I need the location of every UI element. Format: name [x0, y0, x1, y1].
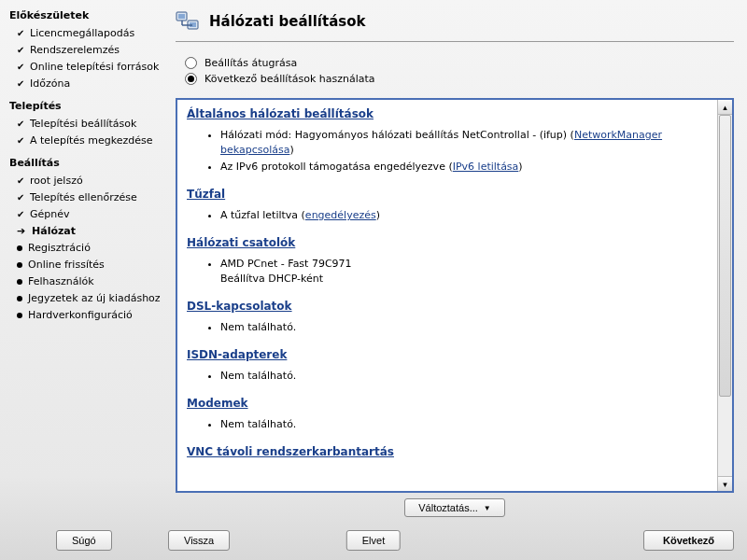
sidebar-item-label: A telepítés megkezdése	[30, 133, 153, 148]
text: Beállítva DHCP-ként	[220, 273, 323, 285]
sidebar-item: Jegyzetek az új kiadáshoz	[9, 290, 161, 307]
isdn-line: Nem található.	[220, 369, 708, 384]
sidebar-item: Telepítési beállítások	[9, 116, 161, 133]
radio-label: Beállítás átugrása	[204, 57, 297, 69]
text: Hálózati mód: Hagyományos hálózati beáll…	[220, 129, 574, 141]
sidebar-item: Hardverkonfiguráció	[9, 307, 161, 324]
text: A tűzfal letiltva (	[220, 209, 305, 221]
text: Az IPv6 protokoll támogatása engedélyezv…	[220, 161, 453, 173]
change-button[interactable]: Változtatás... ▼	[404, 498, 505, 517]
radio-icon	[185, 57, 197, 69]
sidebar-section-title: Előkészületek	[9, 9, 161, 21]
ipv6-disable-link[interactable]: IPv6 letiltása	[453, 161, 519, 173]
sidebar-item: Telepítés ellenőrzése	[9, 189, 161, 206]
section-vnc-heading[interactable]: VNC távoli rendszerkarbantartás	[187, 445, 394, 458]
content-frame: Általános hálózati beállítások Hálózati …	[176, 98, 734, 493]
check-icon	[17, 133, 24, 148]
network-icon	[176, 9, 200, 34]
config-mode-radio-group: Beállítás átugrása Következő beállítások…	[185, 55, 734, 87]
sidebar-item-label: Telepítési beállítások	[30, 117, 136, 132]
check-icon	[17, 174, 24, 189]
sidebar-item-label: Hálózat	[32, 224, 76, 239]
modems-line: Nem található.	[220, 417, 708, 432]
change-button-row: Változtatás... ▼	[176, 498, 734, 517]
sidebar-item: root jelszó	[9, 173, 161, 189]
section-interfaces-heading[interactable]: Hálózati csatolók	[187, 236, 295, 249]
firewall-enable-link[interactable]: engedélyezés	[305, 209, 376, 221]
content-scroll: Általános hálózati beállítások Hálózati …	[177, 100, 717, 491]
sidebar-item: Online telepítési források	[9, 59, 161, 76]
section-general-heading[interactable]: Általános hálózati beállítások	[187, 107, 374, 120]
content-frame-wrap: Általános hálózati beállítások Hálózati …	[176, 98, 734, 517]
sidebar-item-label: Hardverkonfiguráció	[28, 308, 133, 323]
section-isdn-heading[interactable]: ISDN-adapterek	[187, 348, 287, 361]
text: )	[518, 161, 522, 173]
check-icon	[17, 207, 24, 222]
firewall-line: A tűzfal letiltva (engedélyezés)	[220, 208, 708, 223]
sidebar-item-label: Telepítés ellenőrzése	[30, 190, 137, 205]
radio-skip[interactable]: Beállítás átugrása	[185, 55, 734, 71]
general-mode-line: Hálózati mód: Hagyományos hálózati beáll…	[220, 128, 708, 158]
check-icon	[17, 117, 24, 132]
check-icon	[17, 60, 24, 75]
sidebar-section-title: Beállítás	[9, 157, 161, 169]
radio-icon-selected	[185, 73, 197, 85]
check-icon	[17, 77, 24, 91]
arrow-right-icon	[17, 224, 26, 239]
button-label: Változtatás...	[418, 502, 478, 513]
button-label: Vissza	[184, 535, 214, 546]
sidebar-item-label: Jegyzetek az új kiadáshoz	[28, 291, 161, 306]
check-icon	[17, 26, 24, 41]
sidebar-item: Rendszerelemzés	[9, 42, 161, 59]
dot-icon	[17, 313, 22, 318]
sidebar-section-title: Telepítés	[9, 100, 161, 112]
scrollbar[interactable]: ▴ ▾	[717, 100, 732, 491]
sidebar-item: Gépnév	[9, 206, 161, 223]
help-button[interactable]: Súgó	[56, 530, 112, 551]
radio-label: Következő beállítások használata	[204, 73, 375, 85]
sidebar-item-label: Időzóna	[30, 77, 70, 91]
radio-use[interactable]: Következő beállítások használata	[185, 71, 734, 87]
sidebar-item: Időzóna	[9, 76, 161, 92]
sidebar-item-label: Online frissítés	[28, 258, 105, 273]
dot-icon	[17, 279, 22, 285]
section-firewall-heading[interactable]: Tűzfal	[187, 188, 225, 201]
sidebar-item: Licencmegállapodás	[9, 25, 161, 42]
back-button[interactable]: Vissza	[168, 530, 230, 551]
section-dsl-heading[interactable]: DSL-kapcsolatok	[187, 300, 292, 313]
check-icon	[17, 190, 24, 205]
page-title: Hálózati beállítások	[209, 13, 365, 30]
scroll-track[interactable]	[718, 115, 732, 476]
sidebar-item-current: Hálózat	[9, 223, 161, 240]
chevron-down-icon: ▼	[484, 504, 491, 512]
main-header: Hálózati beállítások	[176, 9, 734, 42]
text: )	[289, 144, 293, 156]
sidebar-item: Felhasználók	[9, 273, 161, 290]
sidebar-item: Regisztráció	[9, 240, 161, 257]
check-icon	[17, 43, 24, 58]
abort-button[interactable]: Elvet	[346, 530, 401, 551]
interface-line: AMD PCnet - Fast 79C971 Beállítva DHCP-k…	[220, 257, 708, 287]
dot-icon	[17, 245, 22, 251]
dot-icon	[17, 296, 22, 301]
dsl-line: Nem található.	[220, 320, 708, 335]
dot-icon	[17, 262, 22, 268]
sidebar-item-label: Online telepítési források	[30, 60, 159, 75]
sidebar-item-label: Regisztráció	[28, 241, 91, 256]
scroll-down-icon[interactable]: ▾	[718, 476, 732, 491]
button-label: Súgó	[72, 535, 96, 546]
next-button[interactable]: Következő	[643, 530, 734, 551]
scroll-thumb[interactable]	[719, 115, 731, 397]
footer: Súgó Vissza Elvet Következő	[0, 523, 747, 560]
scroll-up-icon[interactable]: ▴	[718, 100, 732, 115]
text: )	[376, 209, 380, 221]
button-label: Következő	[663, 535, 714, 546]
svg-rect-1	[178, 14, 185, 19]
sidebar-item: A telepítés megkezdése	[9, 133, 161, 149]
sidebar-item-label: Rendszerelemzés	[30, 43, 120, 58]
section-modems-heading[interactable]: Modemek	[187, 397, 248, 410]
sidebar: Előkészületek Licencmegállapodás Rendsze…	[0, 0, 166, 523]
sidebar-item-label: root jelszó	[30, 174, 83, 189]
text: AMD PCnet - Fast 79C971	[220, 258, 352, 270]
sidebar-item: Online frissítés	[9, 257, 161, 273]
